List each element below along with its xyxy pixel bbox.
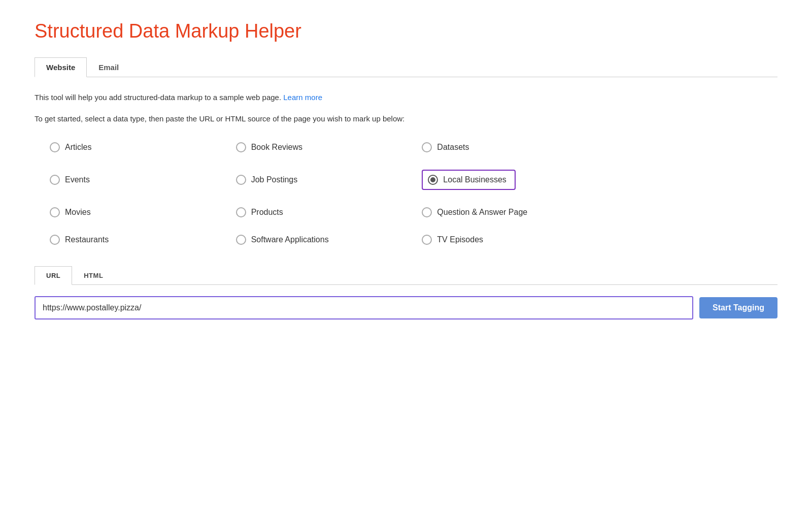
data-type-question-answer[interactable]: Question & Answer Page — [422, 204, 608, 220]
label-question-answer: Question & Answer Page — [437, 208, 527, 217]
radio-software-applications — [236, 235, 246, 245]
radio-datasets — [422, 142, 432, 152]
description-line2: To get started, select a data type, then… — [35, 113, 777, 125]
tab-url[interactable]: URL — [35, 266, 72, 285]
radio-movies — [50, 207, 60, 217]
data-type-software-applications[interactable]: Software Applications — [236, 232, 422, 248]
radio-events — [50, 175, 60, 185]
description-prefix: This tool will help you add structured-d… — [35, 93, 281, 102]
label-movies: Movies — [65, 208, 91, 217]
tab-website[interactable]: Website — [35, 57, 87, 77]
data-type-restaurants[interactable]: Restaurants — [50, 232, 236, 248]
label-restaurants: Restaurants — [65, 235, 109, 244]
data-type-products[interactable]: Products — [236, 204, 422, 220]
data-type-datasets[interactable]: Datasets — [422, 139, 608, 155]
page-title: Structured Data Markup Helper — [35, 20, 777, 42]
learn-more-link[interactable]: Learn more — [283, 93, 322, 102]
start-tagging-button[interactable]: Start Tagging — [699, 297, 777, 318]
label-local-businesses: Local Businesses — [443, 175, 506, 184]
radio-book-reviews — [236, 142, 246, 152]
label-products: Products — [251, 208, 283, 217]
label-tv-episodes: TV Episodes — [437, 235, 483, 244]
description-line1: This tool will help you add structured-d… — [35, 91, 777, 104]
main-tabs: Website Email — [35, 57, 777, 77]
radio-restaurants — [50, 235, 60, 245]
data-type-events[interactable]: Events — [50, 167, 236, 193]
label-job-postings: Job Postings — [251, 175, 298, 184]
url-input[interactable] — [35, 296, 693, 319]
radio-job-postings — [236, 175, 246, 185]
label-datasets: Datasets — [437, 143, 469, 152]
radio-local-businesses — [428, 175, 438, 185]
label-events: Events — [65, 175, 90, 184]
data-type-movies[interactable]: Movies — [50, 204, 236, 220]
data-type-book-reviews[interactable]: Book Reviews — [236, 139, 422, 155]
label-book-reviews: Book Reviews — [251, 143, 302, 152]
data-type-articles[interactable]: Articles — [50, 139, 236, 155]
label-articles: Articles — [65, 143, 91, 152]
radio-question-answer — [422, 207, 432, 217]
url-input-row: Start Tagging — [35, 296, 777, 319]
tab-html[interactable]: HTML — [72, 266, 115, 285]
input-tabs: URL HTML — [35, 266, 777, 285]
data-type-tv-episodes[interactable]: TV Episodes — [422, 232, 608, 248]
label-software-applications: Software Applications — [251, 235, 329, 244]
data-type-local-businesses[interactable]: Local Businesses — [422, 167, 608, 193]
data-types-grid: Articles Book Reviews Datasets Events Jo… — [50, 139, 608, 248]
radio-articles — [50, 142, 60, 152]
tab-email[interactable]: Email — [87, 57, 130, 77]
selected-box-local-businesses: Local Businesses — [422, 170, 516, 190]
radio-tv-episodes — [422, 235, 432, 245]
radio-products — [236, 207, 246, 217]
data-type-job-postings[interactable]: Job Postings — [236, 167, 422, 193]
